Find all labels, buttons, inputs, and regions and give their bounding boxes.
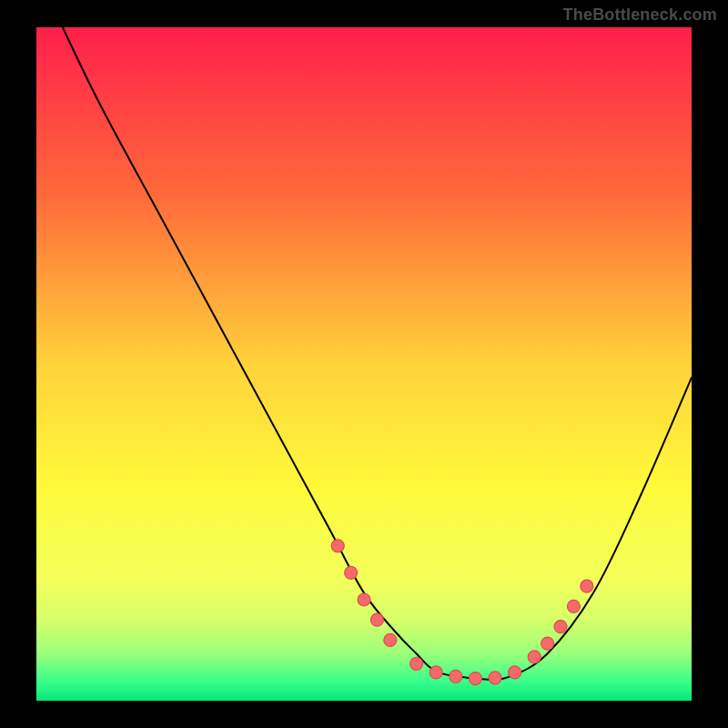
curve-marker: [450, 670, 462, 682]
curve-marker: [430, 666, 442, 679]
curve-marker: [345, 566, 358, 579]
curve-marker: [489, 672, 501, 684]
curve-marker: [567, 600, 580, 612]
plot-svg: [0, 0, 728, 728]
curve-marker: [509, 666, 521, 679]
curve-marker: [331, 540, 344, 552]
curve-marker: [358, 593, 370, 606]
stage: TheBottleneck.com: [0, 0, 728, 728]
curve-marker: [581, 580, 593, 592]
curve-marker: [528, 651, 541, 663]
curve-marker: [541, 637, 554, 650]
curve-marker: [410, 657, 423, 670]
curve-marker: [370, 613, 383, 626]
curve-marker: [384, 633, 397, 646]
curve-marker: [554, 621, 567, 633]
curve-marker: [469, 672, 481, 685]
